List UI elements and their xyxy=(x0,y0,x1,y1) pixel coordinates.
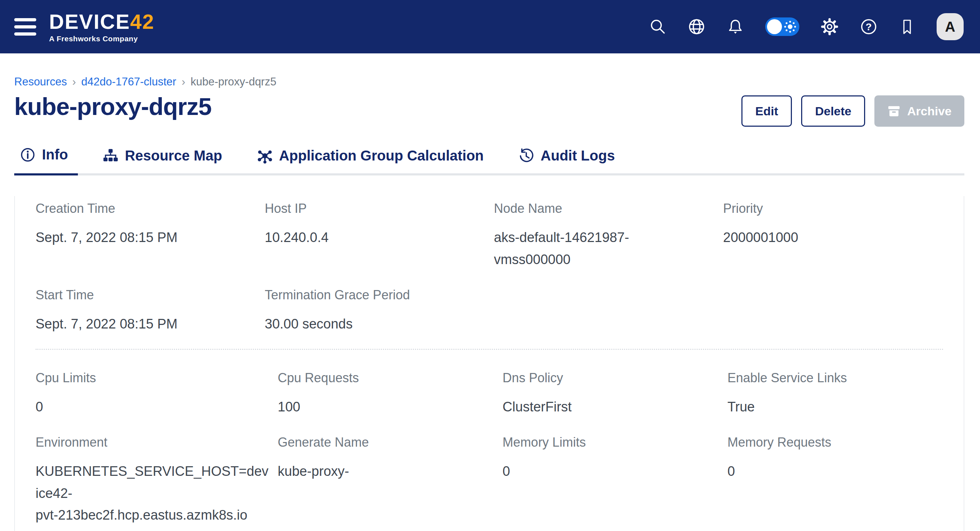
brand-tagline: A Freshworks Company xyxy=(49,35,154,42)
info-icon xyxy=(20,147,35,163)
field-memory-limits: Memory Limits0 xyxy=(503,435,718,531)
top-navigation-bar: DEVICE42 A Freshworks Company xyxy=(0,0,980,53)
edit-button[interactable]: Edit xyxy=(741,96,792,127)
field-label: Host IP xyxy=(265,201,485,216)
field-value: 0 xyxy=(727,461,943,483)
breadcrumb-separator: › xyxy=(72,75,76,88)
field-priority: Priority2000001000 xyxy=(723,201,943,271)
field-label: Environment xyxy=(35,435,269,450)
theme-toggle[interactable] xyxy=(765,18,799,36)
field-value: 2000001000 xyxy=(723,227,943,249)
info-grid-section-1: Creation TimeSept. 7, 2022 08:15 PMHost … xyxy=(35,201,943,335)
device42-logo[interactable]: DEVICE42 A Freshworks Company xyxy=(49,11,154,42)
field-value: 10.240.0.4 xyxy=(265,227,485,249)
field-environment: EnvironmentKUBERNETES_SERVICE_HOST=dev i… xyxy=(35,435,269,531)
field-label: Cpu Requests xyxy=(278,370,493,386)
header-actions: Edit Delete Archive xyxy=(741,96,964,127)
sun-icon xyxy=(783,19,797,34)
field-label: Enable Service Links xyxy=(727,370,943,386)
field-generate-name: Generate Namekube-proxy- xyxy=(278,435,493,531)
delete-button[interactable]: Delete xyxy=(801,96,865,127)
info-panel: Creation TimeSept. 7, 2022 08:15 PMHost … xyxy=(14,196,964,531)
field-start-time: Start TimeSept. 7, 2022 08:15 PM xyxy=(35,287,256,335)
field-label: Generate Name xyxy=(278,435,493,450)
main-content: Resources › d42do-1767-cluster › kube-pr… xyxy=(0,75,980,531)
archive-box-icon xyxy=(887,104,901,118)
field-label: Termination Grace Period xyxy=(265,287,485,303)
section-divider xyxy=(35,349,943,350)
breadcrumb: Resources › d42do-1767-cluster › kube-pr… xyxy=(14,75,964,88)
field-value: True xyxy=(727,396,943,418)
notifications-bell-icon[interactable] xyxy=(727,18,744,35)
field-value: kube-proxy- xyxy=(278,461,493,483)
page-header: kube-proxy-dqrz5 Edit Delete Archive xyxy=(14,92,964,127)
field-value: Sept. 7, 2022 08:15 PM xyxy=(35,227,256,249)
field-enable-service-links: Enable Service LinksTrue xyxy=(727,370,943,418)
tab-info[interactable]: Info xyxy=(14,147,78,175)
bookmark-icon[interactable] xyxy=(899,19,915,35)
page-title: kube-proxy-dqrz5 xyxy=(14,92,212,120)
field-label: Memory Requests xyxy=(727,435,943,450)
field-label: Creation Time xyxy=(35,201,256,216)
info-grid-section-2: Cpu Limits0Cpu Requests100Dns PolicyClus… xyxy=(35,370,943,531)
field-termination-grace-period: Termination Grace Period30.00 seconds xyxy=(265,287,485,335)
tab-audit-logs[interactable]: Audit Logs xyxy=(509,147,625,175)
field-host-ip: Host IP10.240.0.4 xyxy=(265,201,485,271)
field-value: 0 xyxy=(35,396,269,418)
field-label: Dns Policy xyxy=(503,370,718,386)
breadcrumb-cluster[interactable]: d42do-1767-cluster xyxy=(81,75,177,88)
field-creation-time: Creation TimeSept. 7, 2022 08:15 PM xyxy=(35,201,256,271)
tab-resource-map[interactable]: Resource Map xyxy=(93,147,232,175)
field-cpu-requests: Cpu Requests100 xyxy=(278,370,493,418)
topbar-actions: ? A xyxy=(649,13,964,40)
tab-bar: Info Resource Map xyxy=(14,147,964,175)
svg-text:?: ? xyxy=(865,21,872,32)
field-memory-requests: Memory Requests0 xyxy=(727,435,943,531)
user-avatar[interactable]: A xyxy=(937,13,964,40)
help-icon[interactable]: ? xyxy=(860,18,878,35)
sitemap-icon xyxy=(103,148,118,164)
field-cpu-limits: Cpu Limits0 xyxy=(35,370,269,418)
field-dns-policy: Dns PolicyClusterFirst xyxy=(503,370,718,418)
toggle-knob xyxy=(767,19,782,34)
field-value: Sept. 7, 2022 08:15 PM xyxy=(35,313,256,335)
globe-icon[interactable] xyxy=(688,18,705,35)
brand-name: DEVICE42 xyxy=(49,10,154,33)
breadcrumb-current: kube-proxy-dqrz5 xyxy=(191,75,276,88)
field-node-name: Node Nameaks-default-14621987- vmss00000… xyxy=(494,201,714,271)
field-label: Priority xyxy=(723,201,943,216)
field-label: Memory Limits xyxy=(503,435,718,450)
field-value: ClusterFirst xyxy=(503,396,718,418)
breadcrumb-separator: › xyxy=(182,75,185,88)
field-label: Cpu Limits xyxy=(35,370,269,386)
field-value: KUBERNETES_SERVICE_HOST=dev ice42- pvt-2… xyxy=(35,461,269,531)
field-value: 100 xyxy=(278,396,493,418)
field-label: Node Name xyxy=(494,201,714,216)
archive-button[interactable]: Archive xyxy=(874,96,964,127)
search-icon[interactable] xyxy=(649,18,667,35)
network-icon xyxy=(257,148,273,164)
field-value: aks-default-14621987- vmss000000 xyxy=(494,227,714,271)
settings-gear-icon[interactable] xyxy=(821,18,838,35)
field-value: 30.00 seconds xyxy=(265,313,485,335)
tab-application-group-calculation[interactable]: Application Group Calculation xyxy=(247,147,494,175)
field-value: 0 xyxy=(503,461,718,483)
hamburger-menu-icon[interactable] xyxy=(14,18,36,35)
history-icon xyxy=(519,148,534,164)
breadcrumb-resources[interactable]: Resources xyxy=(14,75,67,88)
field-label: Start Time xyxy=(35,287,256,303)
